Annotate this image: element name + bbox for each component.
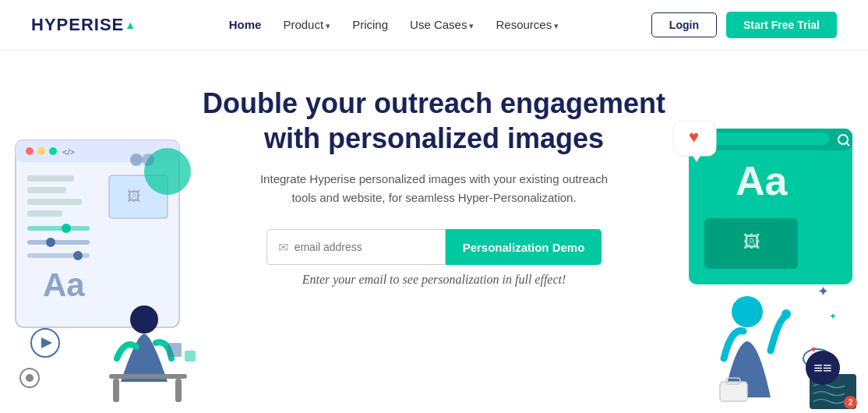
- svg-rect-22: [113, 379, 119, 402]
- left-illustration: </> 🖼 Aa: [0, 117, 218, 413]
- svg-point-3: [37, 147, 45, 155]
- demo-button[interactable]: Personalization Demo: [446, 229, 602, 265]
- svg-text:✦: ✦: [817, 284, 829, 299]
- svg-rect-10: [27, 226, 90, 231]
- svg-rect-9: [27, 210, 62, 217]
- svg-rect-30: [168, 343, 182, 357]
- svg-text:🖼: 🖼: [127, 189, 141, 204]
- chat-badge: 2: [844, 396, 857, 409]
- email-form: ✉ Personalization Demo: [266, 229, 602, 265]
- hero-title: Double your outreach engagement with per…: [203, 86, 665, 156]
- nav-item-product[interactable]: Product: [283, 18, 330, 32]
- logo-text: HYPERISE: [31, 15, 124, 35]
- svg-point-2: [26, 147, 34, 155]
- svg-point-20: [130, 305, 158, 334]
- nav-item-pricing[interactable]: Pricing: [352, 18, 388, 32]
- chat-icon: ≡: [823, 359, 832, 377]
- logo[interactable]: HYPERISE ▲: [31, 15, 136, 35]
- svg-rect-23: [175, 379, 182, 402]
- svg-point-13: [46, 238, 55, 247]
- hero-section: </> 🖼 Aa: [0, 51, 868, 413]
- start-free-trial-button[interactable]: Start Free Trial: [726, 12, 837, 38]
- svg-rect-21: [109, 374, 187, 379]
- nav-link-home[interactable]: Home: [229, 18, 262, 31]
- nav-links: Home Product Pricing Use Cases Resources: [229, 18, 559, 32]
- svg-text:</>: </>: [62, 147, 75, 157]
- navbar: HYPERISE ▲ Home Product Pricing Use Case…: [0, 0, 868, 51]
- svg-point-24: [130, 154, 143, 166]
- svg-rect-6: [27, 175, 74, 182]
- svg-rect-31: [185, 351, 196, 362]
- svg-rect-36: [704, 132, 829, 145]
- hero-subtitle: Integrate Hyperise personalized images w…: [247, 170, 621, 207]
- svg-marker-27: [41, 337, 52, 348]
- svg-point-15: [73, 251, 83, 260]
- svg-text:🖼: 🖼: [743, 232, 760, 252]
- nav-link-product[interactable]: Product: [283, 18, 330, 31]
- svg-rect-7: [27, 187, 66, 193]
- svg-point-44: [782, 309, 791, 319]
- svg-point-29: [26, 374, 34, 382]
- email-input-wrapper[interactable]: ✉: [266, 229, 446, 265]
- svg-point-43: [732, 296, 763, 327]
- nav-item-home[interactable]: Home: [229, 18, 262, 32]
- nav-item-resources[interactable]: Resources: [496, 18, 559, 32]
- svg-point-25: [142, 154, 154, 166]
- nav-item-use-cases[interactable]: Use Cases: [410, 18, 474, 32]
- svg-text:♥: ♥: [689, 127, 699, 146]
- svg-point-11: [62, 224, 71, 233]
- nav-link-resources[interactable]: Resources: [496, 18, 559, 31]
- nav-actions: Login Start Free Trial: [651, 12, 837, 38]
- svg-rect-12: [27, 240, 90, 245]
- svg-text:Aa: Aa: [43, 267, 85, 303]
- logo-accent-icon: ▲: [125, 19, 136, 31]
- email-icon: ✉: [278, 240, 288, 255]
- svg-text:✦: ✦: [829, 311, 837, 322]
- svg-rect-8: [27, 199, 82, 205]
- svg-point-4: [49, 147, 57, 155]
- nav-link-use-cases[interactable]: Use Cases: [410, 18, 474, 31]
- hero-note: Enter your email to see personalization …: [302, 273, 566, 287]
- chat-button[interactable]: ≡: [806, 351, 840, 385]
- svg-text:Aa: Aa: [736, 158, 789, 203]
- nav-link-pricing[interactable]: Pricing: [352, 18, 388, 31]
- login-button[interactable]: Login: [651, 12, 717, 37]
- email-input[interactable]: [295, 241, 434, 253]
